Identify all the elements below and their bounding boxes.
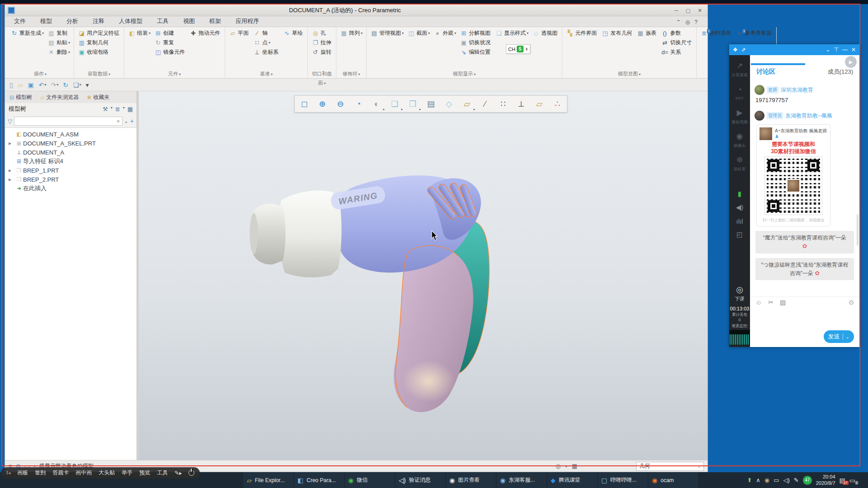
ribbon-button[interactable]: () 参数 xyxy=(660,28,694,38)
sidebar-tool[interactable]: ↗ 分享屏幕 xyxy=(729,58,750,81)
sidebar-av-button[interactable]: ◀) xyxy=(729,201,750,214)
ribbon-button[interactable]: ✕ 删除 ▾ xyxy=(46,47,71,57)
graphics-toolbar-button[interactable]: ∷ xyxy=(495,97,512,111)
graphics-toolbar-button[interactable]: ◐ ▸ xyxy=(368,97,385,111)
sidebar-av-button[interactable]: ▮ xyxy=(729,187,750,201)
sidebar-av-button[interactable]: ılıl xyxy=(729,214,750,228)
ribbon-button[interactable]: ▦ 阵列 ▾ xyxy=(339,28,364,38)
find-icon[interactable]: ◎ xyxy=(556,463,561,469)
scrollbar[interactable] xyxy=(857,214,859,246)
quickbar-button[interactable]: ▯ xyxy=(9,81,14,89)
tree-row[interactable]: ▶ ▣ DOCUMENT_A_SKEL.PRT xyxy=(5,139,137,148)
tray-count-badge[interactable]: 47 xyxy=(803,476,812,485)
sender-name[interactable]: 深圳东湖教育 xyxy=(781,86,813,94)
taskbar-item[interactable]: ◉ 东湖客服... xyxy=(496,472,547,488)
ribbon-button[interactable]: ⊞ 创建 xyxy=(153,28,187,38)
close-icon[interactable]: ✕ xyxy=(695,6,705,14)
chevron-down-icon[interactable]: ⌄ xyxy=(826,47,830,53)
quickbar-button[interactable]: ↷ ▾ xyxy=(51,81,58,89)
navigator-tab[interactable]: ⊟ 模型树 xyxy=(6,92,36,103)
qr-contact-card[interactable]: A~东湖教育助教 佩佩老师 ♟ 需要本节课视频和 3D素材扫描加微信 扫一扫上面… xyxy=(756,124,830,226)
taskbar-item[interactable]: ◉ ocam xyxy=(648,472,699,488)
tree-list-icon[interactable]: ≣ xyxy=(115,106,120,113)
overlay-tool[interactable]: 大头贴 xyxy=(99,469,115,477)
overlay-tool[interactable]: 答题卡 xyxy=(52,469,69,477)
screenshot-icon[interactable]: ✂ xyxy=(768,299,774,306)
tab-members[interactable]: 成员(123) xyxy=(828,68,853,76)
expander-icon[interactable]: ▶ xyxy=(9,178,15,182)
quickbar-button[interactable]: ↻ xyxy=(63,81,69,89)
graphics-toolbar-button[interactable]: ⟂ xyxy=(513,97,530,111)
maximize-icon[interactable]: ▢ xyxy=(683,6,693,14)
ribbon-button[interactable]: ≣1 物料清单 xyxy=(699,28,733,38)
taskbar-item[interactable]: ◧ Creo Para... xyxy=(294,472,344,488)
ime-indicator[interactable]: CH S ⬍ xyxy=(506,44,530,54)
ribbon-group-label[interactable]: 获取数据▾ xyxy=(76,69,122,78)
ribbon-button[interactable]: ↻ 重新生成 ▾ xyxy=(9,28,45,38)
model-screwdriver[interactable]: WARING xyxy=(250,175,489,412)
ribbon-tab[interactable]: 文件 xyxy=(7,16,33,27)
pin-icon[interactable]: ⊤ xyxy=(834,47,838,53)
taskbar-item[interactable]: ◉ 微信 xyxy=(344,472,395,488)
minimize-icon[interactable]: ─ xyxy=(671,6,681,14)
ribbon-button[interactable]: ❏ 显示样式 ▾ xyxy=(494,28,530,38)
tray-chevron-icon[interactable]: ∧ xyxy=(756,477,760,483)
ribbon-tab[interactable]: 工具 xyxy=(150,16,176,27)
ribbon-button[interactable]: ❐ 拉伸 xyxy=(310,38,334,47)
graphics-toolbar-button[interactable]: ▱ xyxy=(531,97,548,111)
ribbon-button[interactable]: ▥ 复制几何 xyxy=(76,38,122,47)
ribbon-button[interactable]: ↺ 旋转 xyxy=(310,47,334,57)
navigator-tab[interactable]: ▱ 文件夹浏览器 xyxy=(37,92,82,103)
ribbon-tab[interactable]: 注释 xyxy=(85,16,112,27)
class-dismiss-label[interactable]: 下课 xyxy=(735,296,745,302)
overlay-tool[interactable]: 签到 xyxy=(35,469,46,477)
filter-dropdown-icon[interactable]: ⌄ xyxy=(124,118,128,124)
megaphone-icon[interactable]: ▶ xyxy=(845,56,857,68)
quickbar-button[interactable]: ▣ xyxy=(28,81,34,89)
ribbon-button[interactable]: ▱ 平面 xyxy=(227,28,251,38)
sidebar-av-button[interactable]: ◰ xyxy=(729,228,750,241)
expander-icon[interactable]: ▶ xyxy=(9,141,15,145)
quickbar-button[interactable]: ↶ ▾ xyxy=(39,81,47,89)
notification-icon[interactable]: ▤ 27 xyxy=(840,477,845,484)
ribbon-button[interactable]: ◇ 透视图 xyxy=(531,28,560,38)
sidebar-tool[interactable]: ◔ PPT xyxy=(729,81,750,105)
graphics-toolbar-button[interactable]: ∕ xyxy=(476,97,494,111)
graphics-toolbar-button[interactable]: ◇ xyxy=(440,97,458,111)
ribbon-button[interactable]: ▚ 元件界面 xyxy=(565,28,599,38)
ribbon-button[interactable]: ∕ 轴 xyxy=(252,28,281,38)
overlay-tool[interactable]: 预览 xyxy=(139,469,150,477)
expander-icon[interactable]: ▶ xyxy=(9,169,15,173)
ribbon-group-label[interactable]: 修饰符▾ xyxy=(339,69,364,78)
ribbon-group-label[interactable]: 基准▾ xyxy=(227,69,305,78)
ribbon-button[interactable]: ◪ 用户定义特征 xyxy=(76,28,122,38)
ribbon-button[interactable]: ▤ 粘贴 ▾ xyxy=(46,38,71,47)
ribbon-button[interactable]: ⊞ 分解视图 xyxy=(458,28,493,38)
tree-grid-icon[interactable]: ▦ xyxy=(127,106,133,113)
tree-filter-input[interactable]: ✕ xyxy=(14,117,123,126)
ribbon-button[interactable]: ▥ 复制 xyxy=(46,28,71,38)
pen-tool-icon[interactable]: ✎▸ xyxy=(175,470,182,476)
ribbon-button[interactable]: ◧ 组装 ▾ xyxy=(127,28,152,38)
pen-icon[interactable]: ✎ xyxy=(794,477,799,483)
overlay-tool[interactable]: 画中画 xyxy=(75,469,92,477)
ribbon-group-label[interactable]: 模型意图▾ xyxy=(565,69,694,78)
ribbon-tab[interactable]: 模型 xyxy=(33,16,59,27)
taskbar-item[interactable]: ▢ 哔哩哔哩... xyxy=(598,472,648,488)
class-dismiss-icon[interactable]: ◎ xyxy=(736,285,743,295)
graphics-toolbar-button[interactable]: ▤ xyxy=(422,97,439,111)
tree-row[interactable]: ▶ ❒ BREP_2.PRT xyxy=(5,175,137,184)
filter-combo[interactable]: 几何 ⌄ xyxy=(636,462,704,471)
clear-filter-icon[interactable]: ✕ xyxy=(116,119,120,124)
ribbon-button[interactable]: ⇄ 切换尺寸 xyxy=(660,38,694,47)
filter-funnel-icon[interactable]: ▽ xyxy=(8,118,12,125)
ribbon-button[interactable]: ▣ 收缩包络 xyxy=(76,47,122,57)
ribbon-group-label[interactable]: 操作▾ xyxy=(9,69,71,78)
ribbon-collapse-icon[interactable]: ⌃ xyxy=(676,19,681,25)
ribbon-button[interactable]: ◫ 截面 ▾ xyxy=(406,28,431,38)
sender-name[interactable]: 东湖教育助教--佩佩 xyxy=(785,112,832,120)
volume-icon[interactable]: ◁) xyxy=(783,477,789,483)
ribbon-button[interactable]: ▦ 族表 xyxy=(635,28,659,38)
graphics-toolbar-button[interactable]: ⊖ xyxy=(332,97,349,111)
filter-add-icon[interactable]: + xyxy=(130,117,134,125)
